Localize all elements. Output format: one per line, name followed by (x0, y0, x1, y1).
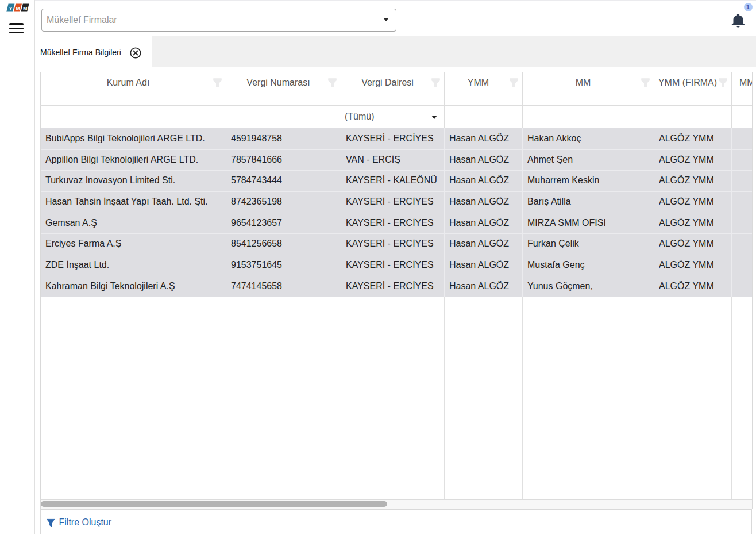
svg-text:M: M (23, 6, 28, 11)
svg-text:M: M (16, 6, 20, 11)
svg-text:Y: Y (9, 6, 13, 11)
